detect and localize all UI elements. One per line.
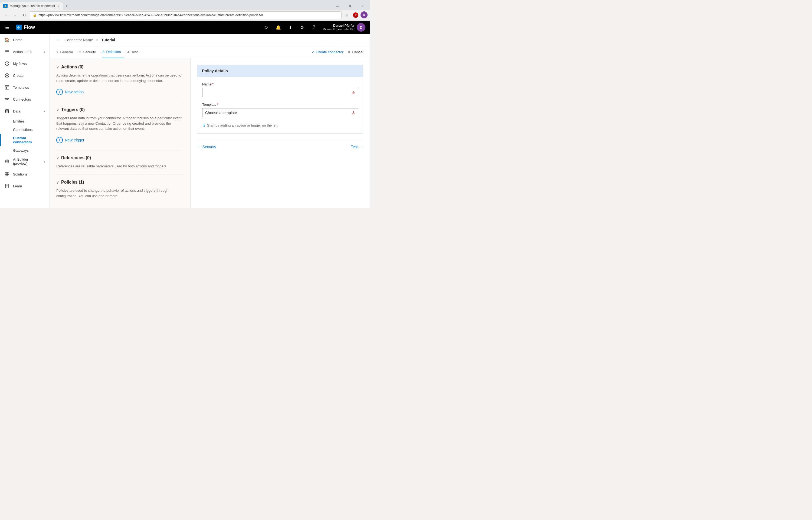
browser-user-avatar[interactable]: D <box>361 11 368 18</box>
sidebar-item-connections[interactable]: Connections <box>0 126 50 134</box>
cancel-x-icon: ✕ <box>348 50 351 54</box>
breadcrumb-connector-name[interactable]: Connector Name <box>65 38 93 42</box>
tab-close-button[interactable]: ✕ <box>57 5 59 7</box>
user-profile-button[interactable]: Denzel Pfeifer Microsoft (new default) (… <box>320 23 368 32</box>
user-avatar: D <box>357 23 365 32</box>
new-tab-button[interactable]: + <box>63 2 70 10</box>
settings-icon-button[interactable]: ⚙ <box>297 22 307 33</box>
content-area: ← Connector Name > Tutorial 1. General ›… <box>50 34 370 208</box>
main-content: ∨ Actions (0) Actions determine the oper… <box>50 58 370 208</box>
sidebar-label-custom-connectors: Custom connectors <box>13 136 32 144</box>
tab-definition-label: 3. Definition <box>102 50 121 54</box>
minimize-button[interactable]: — <box>331 2 344 10</box>
svg-rect-10 <box>7 172 9 174</box>
svg-rect-11 <box>5 175 7 176</box>
sidebar-item-entities[interactable]: Entities <box>0 117 50 126</box>
help-icon-button[interactable]: ? <box>309 22 319 33</box>
page-header: ← Connector Name > Tutorial <box>50 34 370 46</box>
hamburger-menu[interactable]: ☰ <box>2 22 12 32</box>
restore-button[interactable]: ⧉ <box>344 2 356 10</box>
tab-test-label: 4. Test <box>127 50 138 54</box>
url-bar[interactable]: 🔒 https://preview.flow.microsoft.com/man… <box>30 11 342 19</box>
policies-chevron-icon[interactable]: ∨ <box>56 180 59 184</box>
create-connector-label: Create connector <box>316 50 343 54</box>
close-button[interactable]: ✕ <box>356 2 369 10</box>
refresh-button[interactable]: ↻ <box>21 11 28 19</box>
policies-section-header: ∨ Policies (1) <box>56 180 184 185</box>
smiley-icon-button[interactable]: ☺ <box>261 22 272 33</box>
policy-details-header: Policy details <box>197 64 363 77</box>
favorites-icon[interactable]: ☆ <box>343 11 351 19</box>
sidebar-item-data[interactable]: Data ∧ <box>0 105 50 117</box>
ai-builder-icon <box>4 159 10 164</box>
sidebar-item-action-items[interactable]: Action items ∨ <box>0 46 50 58</box>
top-navigation: ☰ Flow ☺ 🔔 ⬇ ⚙ ? Denzel Pfeifer Microsof… <box>0 21 370 34</box>
template-select[interactable]: Choose a template <box>202 108 358 118</box>
address-bar: ← → ↻ 🔒 https://preview.flow.microsoft.c… <box>0 10 370 21</box>
template-required-star: * <box>217 103 218 107</box>
sidebar-item-home[interactable]: 🏠 Home <box>0 34 50 46</box>
sidebar-item-templates[interactable]: Templates <box>0 81 50 93</box>
sidebar-label-my-flows: My flows <box>13 62 45 66</box>
sidebar-item-connectors[interactable]: Connectors <box>0 93 50 105</box>
back-button[interactable]: ← <box>56 37 61 43</box>
references-chevron-icon[interactable]: ∨ <box>56 156 59 160</box>
sidebar-item-learn[interactable]: Learn <box>0 180 50 192</box>
tab-definition[interactable]: 3. Definition <box>102 46 124 58</box>
info-message-text: Start by adding an action or trigger on … <box>207 123 278 127</box>
tab-favicon: ⚡ <box>3 4 7 8</box>
sidebar-item-custom-connectors[interactable]: Custom connectors <box>0 134 50 146</box>
forward-nav-button[interactable]: → <box>11 11 19 19</box>
cancel-button[interactable]: ✕ Cancel <box>348 50 363 54</box>
template-label: Template* <box>202 103 358 107</box>
policies-section-title: Policies (1) <box>61 180 84 185</box>
triggers-chevron-icon[interactable]: ∨ <box>56 108 59 112</box>
actions-chevron-icon[interactable]: ∨ <box>56 65 59 69</box>
sidebar-label-connectors: Connectors <box>13 97 45 101</box>
browser-tab-active[interactable]: ⚡ Manage your custom connector ✕ <box>0 2 63 10</box>
flow-logo-icon <box>16 25 22 30</box>
name-error-icon: ⚠ <box>351 90 355 95</box>
user-info: Denzel Pfeifer Microsoft (new default) ( <box>323 24 354 31</box>
tab-general-label: 1. General <box>56 50 73 54</box>
name-required-star: * <box>212 82 214 86</box>
nav-forward-link[interactable]: Test → <box>351 145 363 149</box>
tab-title: Manage your custom connector <box>10 4 55 8</box>
back-nav-button[interactable]: ← <box>2 11 10 19</box>
sidebar-label-entities: Entities <box>13 119 25 123</box>
sidebar-item-create[interactable]: Create <box>0 70 50 81</box>
breadcrumb-current-page: Tutorial <box>101 38 115 42</box>
tab-security[interactable]: 2. Security <box>79 46 99 58</box>
sidebar-label-ai-builder: AI Builder (preview) <box>13 157 40 165</box>
step-tabs: 1. General › 2. Security › 3. Definition… <box>50 46 370 58</box>
tab-test[interactable]: 4. Test <box>127 46 141 58</box>
sidebar-label-action-items: Action items <box>13 50 40 54</box>
download-icon-button[interactable]: ⬇ <box>285 22 296 33</box>
user-name: Denzel Pfeifer <box>323 24 354 28</box>
actions-section-title: Actions (0) <box>61 64 84 70</box>
sidebar-label-templates: Templates <box>13 85 45 89</box>
notification-bell-button[interactable]: 🔔 <box>273 22 284 33</box>
nav-back-link[interactable]: ← Security <box>197 145 216 149</box>
actions-section: ∨ Actions (0) Actions determine the oper… <box>56 64 184 96</box>
references-section-header: ∨ References (0) <box>56 155 184 160</box>
sidebar-item-gateways[interactable]: Gateways <box>0 146 50 155</box>
sidebar-item-ai-builder[interactable]: AI Builder (preview) ∨ <box>0 155 50 168</box>
connectors-icon <box>4 97 10 102</box>
tab-general[interactable]: 1. General <box>56 46 76 58</box>
sidebar-item-solutions[interactable]: Solutions <box>0 168 50 180</box>
sidebar-item-my-flows[interactable]: My flows <box>0 58 50 70</box>
create-connector-button[interactable]: ✓ Create connector <box>312 50 343 54</box>
new-action-button[interactable]: + New action <box>56 87 84 96</box>
step-actions: ✓ Create connector ✕ Cancel <box>312 50 363 54</box>
svg-rect-3 <box>5 85 9 89</box>
home-icon: 🏠 <box>4 37 10 43</box>
browser-menu-icon[interactable]: R <box>352 11 360 19</box>
right-panel: Policy details Name* ⚠ <box>191 58 370 208</box>
name-field: Name* ⚠ <box>202 82 358 97</box>
info-icon: ℹ <box>203 123 205 128</box>
info-message: ℹ Start by adding an action or trigger o… <box>202 123 358 128</box>
name-input[interactable] <box>202 88 358 97</box>
new-trigger-button[interactable]: + New trigger <box>56 136 84 145</box>
triggers-section-header: ∨ Triggers (0) <box>56 107 184 112</box>
